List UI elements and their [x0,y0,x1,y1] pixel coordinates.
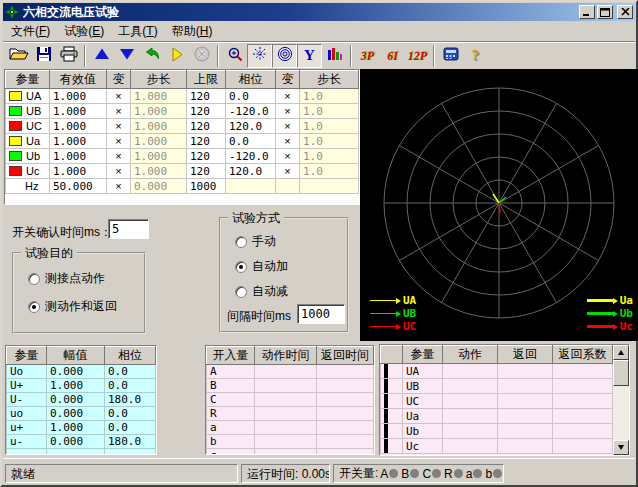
reset-button[interactable] [139,44,164,68]
menu-item-0[interactable]: 文件(F) [4,21,57,42]
Ua-value-cell[interactable]: 1.000 [50,134,107,149]
calculator-button[interactable] [438,44,463,68]
scrollbar-thumb[interactable] [613,360,629,386]
Ub-phase-variable-cell[interactable]: × [276,149,300,164]
Ua-phase-cell[interactable]: 0.0 [226,134,276,149]
mode-3p-button[interactable]: 3P [355,44,380,68]
Uc-limit-cell[interactable]: 120 [187,164,226,179]
UA-value-cell[interactable]: 1.000 [50,89,107,104]
mode-radio-2[interactable] [235,286,247,298]
purpose-radio-1[interactable] [28,301,40,313]
UC-phase-variable-cell[interactable]: × [276,119,300,134]
checkbox-UC[interactable] [384,394,388,409]
harmonic-view-button[interactable] [322,44,347,68]
action-UB-checkbox-cell[interactable] [381,379,403,394]
Uc-variable-cell[interactable]: × [107,164,131,179]
Hz-limit-cell[interactable]: 1000 [187,179,226,194]
Ua-limit-cell[interactable]: 120 [187,134,226,149]
UA-phase-step-cell: 1.0 [300,89,359,104]
menu-item-1[interactable]: 试验(E) [57,21,111,42]
Ua-variable-cell[interactable]: × [107,134,131,149]
UA-variable-cell[interactable]: × [107,89,131,104]
UC-value-cell[interactable]: 1.000 [50,119,107,134]
UC-phase-cell[interactable]: 120.0 [226,119,276,134]
UC-limit-cell[interactable]: 120 [187,119,226,134]
open-button[interactable] [6,44,31,68]
UB-limit-cell[interactable]: 120 [187,104,226,119]
print-button[interactable] [56,44,81,68]
Hz-value-cell[interactable]: 50.000 [50,179,107,194]
mode-6i-button[interactable]: 6I [380,44,405,68]
Uc-phase-cell[interactable]: 120.0 [226,164,276,179]
scroll-up-button[interactable] [613,345,629,360]
action-Ub-name-cell: Ub [403,424,443,439]
action-Ub-return-coeff-cell [553,424,613,439]
menu-item-2[interactable]: 工具(T) [111,21,164,42]
mode-option-0[interactable]: 手动 [235,233,276,250]
Ua-phase-variable-cell[interactable]: × [276,134,300,149]
purpose-radio-0[interactable] [28,273,40,285]
Ub-variable-cell[interactable]: × [107,149,131,164]
action-Uc-checkbox-cell[interactable] [381,439,403,454]
phasor-view-button[interactable] [247,44,272,68]
mode-option-2[interactable]: 自动减 [235,283,288,300]
maximize-button[interactable] [597,5,613,19]
UA-phase-cell[interactable]: 0.0 [226,89,276,104]
Uc-phase-variable-cell[interactable]: × [276,164,300,179]
action-column-header-0 [381,346,403,364]
action-UC-checkbox-cell[interactable] [381,394,403,409]
purpose-option-1[interactable]: 测动作和返回 [28,298,117,315]
switch-R: R [444,467,463,481]
action-Ub-checkbox-cell[interactable] [381,424,403,439]
purpose-option-0[interactable]: 测接点动作 [28,270,105,287]
close-button[interactable] [617,5,633,19]
UC-step-cell: 1.000 [131,119,187,134]
interval-time-input[interactable] [297,304,345,324]
UA-phase-variable-cell[interactable]: × [276,89,300,104]
minimize-button[interactable] [579,5,595,19]
UB-phase-cell[interactable]: -120.0 [226,104,276,119]
Hz-phase-variable-cell[interactable] [276,179,300,194]
help-button[interactable]: ? [463,44,488,68]
UA-limit-cell[interactable]: 120 [187,89,226,104]
Hz-phase-cell[interactable] [226,179,276,194]
checkbox-Uc[interactable] [384,439,388,454]
UB-value-cell[interactable]: 1.000 [50,104,107,119]
action-Ua-checkbox-cell[interactable] [381,409,403,424]
increase-button[interactable] [89,44,114,68]
UB-phase-variable-cell[interactable]: × [276,104,300,119]
save-button[interactable] [31,44,56,68]
param-row-UC: UC1.000×1.000120120.0×1.0 [6,119,359,134]
scroll-down-button[interactable] [613,440,629,455]
confirm-time-input[interactable] [108,219,149,239]
UC-variable-cell[interactable]: × [107,119,131,134]
Ub-phase-cell[interactable]: -120.0 [226,149,276,164]
mode-radio-0[interactable] [235,236,247,248]
action-row-Ub: Ub [381,424,613,439]
checkbox-UB[interactable] [384,379,388,394]
circle-view-button[interactable] [272,44,297,68]
mode-radio-1[interactable] [235,261,247,273]
Hz-variable-cell[interactable]: × [107,179,131,194]
checkbox-UA[interactable] [384,364,388,379]
action-Uc-return-cell [498,439,553,454]
UB-variable-cell[interactable]: × [107,104,131,119]
decrease-button[interactable] [114,44,139,68]
action-table-scrollbar[interactable] [613,345,629,455]
parameter-table-panel: 参量有效值变步长上限相位变步长UA1.000×1.0001200.0×1.0UB… [4,69,360,205]
zoom-button[interactable] [222,44,247,68]
y-vector-view-button[interactable]: Y [297,44,322,68]
mode-12p-button[interactable]: 12P [405,44,430,68]
mode-option-1[interactable]: 自动加 [235,258,288,275]
menu-item-3[interactable]: 帮助(H) [165,21,220,42]
Ub-limit-cell[interactable]: 120 [187,149,226,164]
Ub-value-cell[interactable]: 1.000 [50,149,107,164]
checkbox-Ua[interactable] [384,409,388,424]
start-test-button[interactable] [164,44,189,68]
checkbox-Ub[interactable] [384,424,388,439]
action-column-header-1: 参量 [403,346,443,364]
Uc-value-cell[interactable]: 1.000 [50,164,107,179]
action-UA-checkbox-cell[interactable] [381,364,403,379]
param-column-header-2: 变 [107,71,131,89]
status-message: 就绪 [5,464,238,483]
